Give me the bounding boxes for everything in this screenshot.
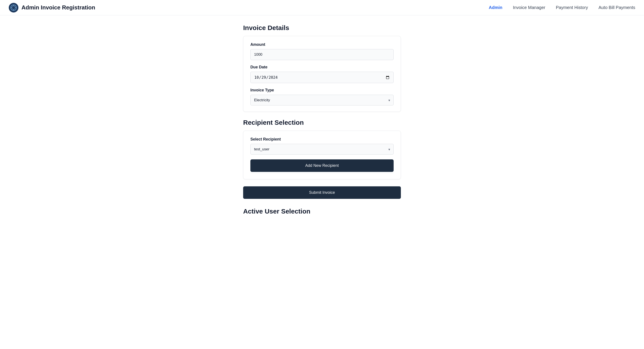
invoice-type-label: Invoice Type xyxy=(250,88,394,93)
recipient-selection-card: Select Recipient test_user user1 user2 ▾… xyxy=(243,131,401,179)
invoice-details-title: Invoice Details xyxy=(243,24,401,32)
active-user-selection-title: Active User Selection xyxy=(243,208,401,215)
recipient-select-wrapper: test_user user1 user2 ▾ xyxy=(250,144,394,155)
due-date-input[interactable] xyxy=(250,72,394,83)
invoice-details-card: Amount Due Date Invoice Type Electricity… xyxy=(243,36,401,112)
app-title: Admin Invoice Registration xyxy=(22,4,95,11)
main-nav: Admin Invoice Manager Payment History Au… xyxy=(489,5,635,10)
nav-payment-history[interactable]: Payment History xyxy=(556,5,588,10)
submit-invoice-button[interactable]: Submit Invoice xyxy=(243,186,401,199)
nav-auto-bill-payments[interactable]: Auto Bill Payments xyxy=(598,5,635,10)
recipient-select[interactable]: test_user user1 user2 xyxy=(250,144,394,155)
nav-admin[interactable]: Admin xyxy=(489,5,502,10)
app-logo xyxy=(9,3,18,13)
invoice-type-select[interactable]: Electricity Water Gas Internet Other xyxy=(250,95,394,105)
add-recipient-button[interactable]: Add New Recipient xyxy=(250,159,394,172)
select-recipient-field-group: Select Recipient test_user user1 user2 ▾ xyxy=(250,137,394,155)
amount-input[interactable] xyxy=(250,49,394,60)
svg-point-1 xyxy=(12,6,15,10)
amount-field-group: Amount xyxy=(250,42,394,60)
due-date-field-group: Due Date xyxy=(250,65,394,83)
amount-label: Amount xyxy=(250,42,394,47)
header-left: Admin Invoice Registration xyxy=(9,3,95,13)
due-date-label: Due Date xyxy=(250,65,394,70)
invoice-type-field-group: Invoice Type Electricity Water Gas Inter… xyxy=(250,88,394,105)
main-content: Invoice Details Amount Due Date Invoice … xyxy=(239,15,405,233)
app-header: Admin Invoice Registration Admin Invoice… xyxy=(0,0,644,15)
card-divider xyxy=(250,173,394,173)
invoice-type-select-wrapper: Electricity Water Gas Internet Other ▾ xyxy=(250,95,394,105)
select-recipient-label: Select Recipient xyxy=(250,137,394,142)
nav-invoice-manager[interactable]: Invoice Manager xyxy=(513,5,546,10)
recipient-selection-title: Recipient Selection xyxy=(243,119,401,126)
